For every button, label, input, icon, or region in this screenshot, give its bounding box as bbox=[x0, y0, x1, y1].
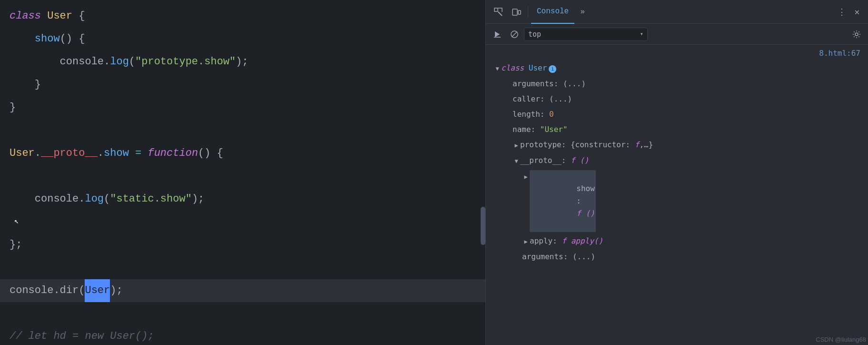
tree-property-item: arguments : (...) bbox=[493, 249, 868, 264]
watermark: CSDN @liulang68 bbox=[816, 336, 866, 343]
svg-marker-3 bbox=[495, 31, 500, 37]
prop-colon: : bbox=[540, 108, 549, 121]
code-text: ); bbox=[110, 279, 122, 302]
expand-icon[interactable]: ▶ bbox=[513, 139, 520, 152]
execute-script-icon[interactable] bbox=[490, 27, 505, 42]
code-text: () { bbox=[198, 142, 223, 165]
prop-key: prototype bbox=[520, 139, 562, 151]
code-line bbox=[0, 119, 485, 142]
prop-object-value: {constructor: f,…} bbox=[571, 139, 653, 151]
prop-key: name bbox=[513, 123, 531, 136]
code-line: class User { bbox=[0, 5, 485, 28]
prop-colon: : bbox=[563, 251, 572, 263]
tree-root-item[interactable]: ▼ class User i bbox=[493, 61, 868, 76]
prop-colon: : bbox=[562, 139, 571, 151]
info-icon[interactable]: i bbox=[549, 65, 556, 73]
cursor-position: User bbox=[85, 279, 110, 302]
devtools-panel: Console » ⋮ ✕ top ▾ bbox=[485, 0, 868, 345]
code-content: class User { show() { console.log("proto… bbox=[0, 0, 485, 345]
tree-property-item: length : 0 bbox=[493, 107, 868, 122]
operator: = bbox=[135, 142, 141, 165]
code-text: } bbox=[10, 96, 16, 119]
collapse-icon[interactable]: ▼ bbox=[513, 155, 520, 167]
expand-icon[interactable]: ▶ bbox=[522, 171, 530, 183]
code-text: . bbox=[35, 142, 41, 165]
function-name: log bbox=[110, 51, 129, 73]
prop-key: show bbox=[576, 184, 595, 193]
context-selector[interactable]: top ▾ bbox=[524, 28, 648, 41]
toolbar-divider bbox=[528, 6, 528, 18]
code-line bbox=[0, 165, 485, 188]
code-line: // let hd = new User(); bbox=[0, 325, 485, 345]
prop-key: __proto__ bbox=[520, 154, 562, 167]
console-tree: ▼ class User i arguments : (...) caller … bbox=[486, 60, 868, 265]
prop-key: arguments bbox=[522, 251, 563, 263]
tree-property-item: caller : (...) bbox=[493, 91, 868, 107]
code-text bbox=[524, 62, 529, 74]
console-settings-button[interactable] bbox=[849, 27, 864, 42]
file-reference[interactable]: 8.html:67 bbox=[486, 47, 868, 60]
code-text: console. bbox=[10, 51, 110, 73]
code-text: . bbox=[98, 142, 104, 165]
context-selector-label: top bbox=[528, 30, 637, 39]
expand-icon[interactable]: ▶ bbox=[522, 235, 530, 248]
code-line-highlighted: console.dir(User); bbox=[0, 279, 485, 302]
inspect-icon[interactable] bbox=[490, 3, 507, 20]
classname: User bbox=[47, 5, 72, 28]
code-text: ( bbox=[129, 51, 135, 73]
prop-string-value: "User" bbox=[540, 123, 568, 136]
tree-property-item[interactable]: ▶ apply : f apply() bbox=[493, 233, 868, 249]
proto-prop: __proto__ bbox=[41, 142, 98, 165]
prop-func-value: f apply() bbox=[562, 235, 603, 247]
class-name: User bbox=[529, 62, 547, 74]
code-line: } bbox=[0, 96, 485, 119]
code-text: () { bbox=[60, 28, 85, 51]
tree-toggle-icon[interactable]: ▼ bbox=[493, 62, 501, 75]
prop-key: length bbox=[513, 108, 540, 121]
code-line: console.log("static.show"); bbox=[0, 188, 485, 211]
device-toggle-icon[interactable] bbox=[508, 3, 525, 20]
code-line bbox=[0, 256, 485, 279]
console-tab[interactable]: Console bbox=[531, 0, 574, 24]
classname: User bbox=[10, 142, 35, 165]
prop-colon: : bbox=[540, 93, 549, 105]
tree-property-item[interactable]: ▶ show : f () bbox=[493, 169, 868, 233]
code-text: }; bbox=[10, 233, 22, 256]
more-tabs-button[interactable]: » bbox=[575, 5, 590, 19]
code-line: }; bbox=[0, 233, 485, 256]
tree-property-item[interactable]: ▼ __proto__ : f () bbox=[493, 153, 868, 169]
code-text: ); bbox=[192, 188, 204, 211]
code-text: ( bbox=[104, 188, 110, 211]
code-scrollbar[interactable] bbox=[481, 207, 485, 245]
code-line bbox=[0, 211, 485, 233]
console-filter-bar: top ▾ bbox=[486, 24, 868, 45]
tree-property-item: arguments : (...) bbox=[493, 76, 868, 91]
code-line: User.__proto__.show = function() { bbox=[0, 142, 485, 165]
comment: // let hd = new User(); bbox=[10, 325, 154, 345]
function-name: log bbox=[85, 188, 104, 211]
tree-property-item[interactable]: ▶ prototype : {constructor: f,…} bbox=[493, 137, 868, 153]
svg-rect-0 bbox=[494, 8, 498, 11]
prop-func-value: f () bbox=[576, 209, 595, 218]
chevron-down-icon: ▾ bbox=[640, 30, 643, 38]
class-keyword: class bbox=[501, 62, 524, 74]
close-devtools-button[interactable]: ✕ bbox=[850, 5, 864, 19]
mouse-cursor: ↖ bbox=[14, 216, 20, 225]
prop-value: (...) bbox=[572, 251, 595, 263]
code-text: { bbox=[72, 5, 85, 28]
prop-func-value: f () bbox=[571, 154, 589, 167]
code-text bbox=[141, 142, 148, 165]
svg-rect-1 bbox=[513, 9, 517, 15]
more-options-button[interactable]: ⋮ bbox=[835, 5, 849, 19]
block-network-icon[interactable] bbox=[507, 27, 522, 42]
code-text: console. bbox=[10, 188, 85, 211]
string-literal: "static.show" bbox=[110, 188, 192, 211]
svg-line-6 bbox=[512, 31, 517, 37]
prop-key: caller bbox=[513, 93, 540, 105]
prop-colon: : bbox=[531, 123, 540, 136]
code-text bbox=[10, 28, 35, 51]
prop-key: arguments bbox=[513, 78, 554, 90]
code-text: ); bbox=[236, 51, 248, 73]
prop-colon: : bbox=[562, 154, 571, 167]
svg-point-7 bbox=[855, 33, 858, 36]
